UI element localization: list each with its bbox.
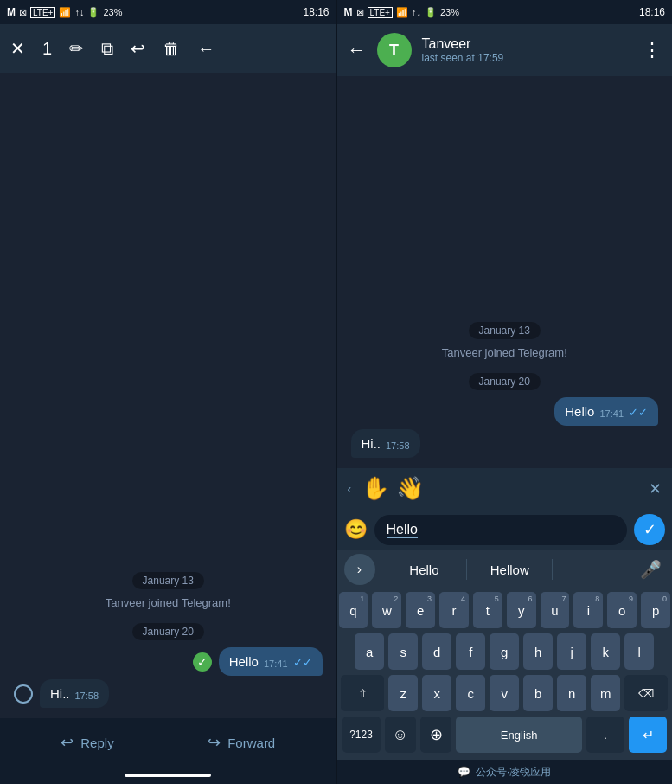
left-sent-time: 17:41 [264, 659, 288, 669]
mic-icon: 🎤 [640, 559, 662, 580]
key-m[interactable]: m [591, 675, 620, 711]
key-t[interactable]: 5t [473, 592, 502, 628]
left-carrier-icon: M [7, 6, 16, 18]
forward-arrow-icon: ↪ [208, 733, 221, 752]
key-k[interactable]: k [591, 633, 620, 670]
selection-count: 1 [42, 39, 52, 59]
left-status-bar: M ⊠ LTE+ 📶 ↑↓ 🔋 23% 18:16 [0, 0, 336, 24]
key-i[interactable]: 8i [573, 592, 603, 628]
key-n[interactable]: n [557, 675, 586, 711]
send-button[interactable]: ✓ [634, 514, 665, 545]
emoji-suggest-1[interactable]: ✋ [362, 475, 389, 502]
right-sent-checks: ✓✓ [629, 406, 648, 419]
left-received-time: 17:58 [75, 691, 99, 701]
num-key[interactable]: ?123 [342, 717, 381, 753]
more-options-button[interactable]: ⋮ [643, 39, 662, 61]
emoji-suggest-2[interactable]: 👋 [396, 475, 424, 502]
enter-key[interactable]: ↵ [629, 717, 667, 753]
suggestion-word-2[interactable]: Hellow [467, 562, 552, 577]
edit-icon[interactable]: ✏ [69, 38, 84, 59]
left-wifi-icon: ⊠ [19, 7, 27, 18]
space-key[interactable]: English [456, 717, 582, 753]
key-x[interactable]: x [422, 675, 451, 711]
key-g[interactable]: g [490, 633, 519, 670]
right-sent-msg[interactable]: Hello 17:41 ✓✓ [554, 397, 658, 426]
key-f[interactable]: f [456, 633, 485, 670]
right-received-text: Hi.. [362, 436, 381, 451]
shift-key[interactable]: ⇧ [341, 675, 384, 711]
left-sent-row: ✓ Hello 17:41 ✓✓ [14, 647, 323, 676]
key-p[interactable]: 0p [641, 592, 670, 628]
reply-button[interactable]: ↩ Reply [61, 733, 113, 752]
key-q[interactable]: 1q [339, 592, 368, 628]
key-h[interactable]: h [523, 633, 553, 670]
right-carrier-icon: M [344, 6, 353, 18]
home-bar-line [125, 774, 211, 777]
left-received-msg[interactable]: Hi.. 17:58 [40, 679, 109, 708]
mic-button[interactable]: 🎤 [637, 556, 665, 583]
keyboard-row-1: 1q 2w 3e 4r 5t 6y 7u 8i 9o 0p [339, 592, 671, 628]
right-panel: M ⊠ LTE+ 📶 ↑↓ 🔋 23% 18:16 ← T Tanveer la… [337, 0, 673, 784]
backspace-key[interactable]: ⌫ [624, 675, 668, 711]
right-status-bar: M ⊠ LTE+ 📶 ↑↓ 🔋 23% 18:16 [337, 0, 673, 24]
key-z[interactable]: z [388, 675, 418, 711]
key-e[interactable]: 3e [406, 592, 435, 628]
right-signal2-icon: ↑↓ [412, 7, 421, 17]
left-signal2-icon: ↑↓ [74, 7, 84, 17]
suggestion-word-1[interactable]: Hello [382, 562, 467, 577]
key-y[interactable]: 6y [507, 592, 536, 628]
contact-avatar[interactable]: T [377, 33, 412, 67]
close-button[interactable]: ✕ [10, 38, 25, 59]
left-received-row: Hi.. 17:58 [14, 679, 323, 708]
close-emoji-button[interactable]: ✕ [649, 479, 662, 498]
right-received-msg[interactable]: Hi.. 17:58 [351, 429, 420, 458]
forward-icon[interactable]: ↩ [131, 38, 145, 59]
right-date-2: January 20 [469, 373, 541, 390]
key-o[interactable]: 9o [607, 592, 637, 628]
key-j[interactable]: j [557, 633, 586, 670]
left-system-msg-1: Tanveer joined Telegram! [14, 596, 323, 609]
keyboard-row-4: ?123 ☺ ⊕ English . ↵ [339, 717, 671, 756]
back-icon-left[interactable]: ← [197, 39, 214, 59]
contact-info[interactable]: Tanveer last seen at 17:59 [422, 36, 633, 64]
expand-suggestions-button[interactable]: › [344, 554, 375, 585]
key-a[interactable]: a [355, 633, 384, 670]
left-sent-msg[interactable]: Hello 17:41 ✓✓ [219, 647, 323, 676]
right-time: 18:16 [639, 6, 665, 18]
emoji-key[interactable]: ☺ [385, 717, 416, 753]
back-button[interactable]: ← [348, 39, 367, 61]
right-date-1: January 13 [469, 322, 541, 339]
key-b[interactable]: b [523, 675, 553, 711]
left-bottom-actions: ↩ Reply ↪ Forward [0, 718, 336, 767]
right-sent-time: 17:41 [599, 408, 624, 419]
message-input[interactable]: Hello [387, 522, 418, 538]
emoji-picker-button[interactable]: 😊 [344, 518, 368, 541]
keyboard-row-2: a s d f g h j k l [339, 633, 671, 670]
sent-selection-circle[interactable]: ✓ [193, 652, 212, 672]
key-c[interactable]: c [456, 675, 485, 711]
contact-name: Tanveer [422, 36, 633, 52]
key-v[interactable]: v [490, 675, 519, 711]
delete-icon[interactable]: 🗑 [163, 39, 180, 59]
message-input-area: 😊 Hello ✓ [337, 509, 673, 550]
key-s[interactable]: s [388, 633, 418, 670]
period-key[interactable]: . [586, 717, 624, 753]
left-sent-text: Hello [229, 654, 259, 669]
globe-key[interactable]: ⊕ [420, 717, 451, 753]
copy-icon[interactable]: ⧉ [101, 39, 113, 59]
contact-initial: T [389, 42, 399, 60]
key-w[interactable]: 2w [372, 592, 401, 628]
message-input-container: Hello [374, 515, 628, 545]
left-messages: January 13 Tanveer joined Telegram! Janu… [14, 562, 323, 708]
received-selection-circle[interactable] [14, 684, 33, 704]
reply-icon: ↩ [61, 733, 74, 752]
key-l[interactable]: l [624, 633, 654, 670]
key-u[interactable]: 7u [541, 592, 570, 628]
left-home-bar [0, 767, 336, 784]
left-battery-text: 23% [103, 7, 122, 17]
watermark-text: 公众号·凌锐应用 [476, 765, 551, 780]
key-d[interactable]: d [422, 633, 451, 670]
key-r[interactable]: 4r [439, 592, 469, 628]
left-battery-icon: 🔋 [87, 7, 99, 18]
forward-button[interactable]: ↪ Forward [208, 733, 275, 752]
